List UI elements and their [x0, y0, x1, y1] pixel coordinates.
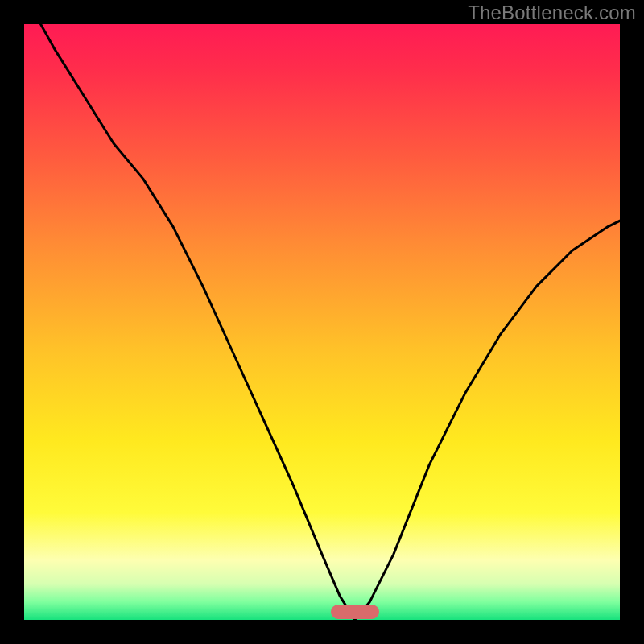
optimal-marker [331, 605, 379, 619]
outer-frame: TheBottleneck.com [0, 0, 644, 644]
plot-area [24, 24, 620, 620]
bottleneck-curve [24, 24, 620, 620]
watermark-text: TheBottleneck.com [468, 2, 636, 24]
